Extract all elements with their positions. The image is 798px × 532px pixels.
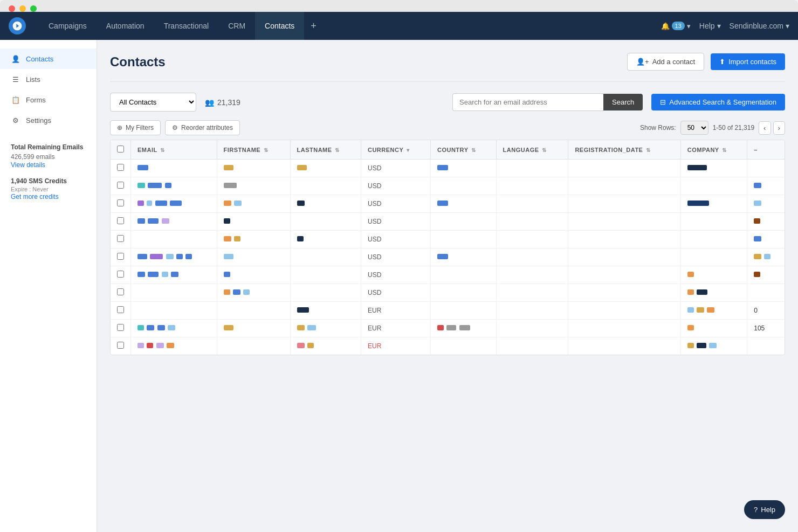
regdate-cell: [568, 177, 680, 195]
advanced-search-button[interactable]: ⊟ Advanced Search & Segmentation: [651, 94, 785, 110]
email-cell[interactable]: [131, 231, 217, 248]
add-contact-button[interactable]: 👤+ Add a contact: [627, 53, 704, 71]
lastname-cell: [290, 177, 361, 195]
col-header-currency[interactable]: CURRENCY ▾: [361, 140, 430, 160]
table-row: USD: [111, 266, 785, 284]
table-row: USD: [111, 160, 785, 177]
sidebar-item-lists[interactable]: ☰ Lists: [0, 69, 97, 89]
app-body: 👤 Contacts ☰ Lists 📋 Forms ⚙ Settings To…: [0, 40, 798, 532]
notifications-bell[interactable]: 🔔 13 ▾: [661, 22, 691, 30]
email-cell[interactable]: [131, 302, 217, 320]
company-cell: [680, 337, 747, 355]
import-contacts-button[interactable]: ⬆ Import contacts: [711, 53, 785, 70]
email-cell[interactable]: [131, 337, 217, 355]
rows-per-page-select[interactable]: 50: [680, 121, 708, 135]
col-header-language[interactable]: LANGUAGE ⇅: [496, 140, 568, 160]
col-header-extra: –: [747, 140, 785, 160]
col-header-country[interactable]: COUNTRY ⇅: [430, 140, 496, 160]
row-checkbox[interactable]: [117, 217, 124, 224]
row-checkbox[interactable]: [117, 164, 124, 171]
table-row: USD: [111, 284, 785, 302]
email-cell[interactable]: [131, 195, 217, 213]
nav-automation[interactable]: Automation: [97, 12, 154, 40]
lastname-cell: [290, 213, 361, 231]
row-checkbox[interactable]: [117, 288, 124, 295]
regdate-cell: [568, 302, 680, 320]
page-header: Contacts 👤+ Add a contact ⬆ Import conta…: [110, 53, 785, 71]
contacts-icon: 👤: [11, 54, 20, 64]
maximize-dot[interactable]: [30, 5, 37, 12]
row-checkbox[interactable]: [117, 306, 124, 313]
email-cell[interactable]: [131, 160, 217, 177]
logo-icon: [12, 20, 23, 31]
my-filters-button[interactable]: ⊕ My Filters: [110, 120, 161, 135]
email-cell[interactable]: [131, 266, 217, 284]
col-header-company[interactable]: COMPANY ⇅: [680, 140, 747, 160]
email-cell[interactable]: [131, 284, 217, 302]
account-menu[interactable]: Sendinblue.com ▾: [730, 22, 789, 30]
row-checkbox[interactable]: [117, 253, 124, 260]
pagination-nav: ‹ ›: [759, 121, 785, 135]
country-cell: [430, 213, 496, 231]
firstname-cell: [217, 337, 290, 355]
contact-count: 👥 21,319: [205, 98, 240, 107]
extra-cell: [747, 160, 785, 177]
close-dot[interactable]: [9, 5, 15, 12]
email-cell[interactable]: [131, 177, 217, 195]
search-input[interactable]: [452, 93, 603, 111]
currency-cell: USD: [361, 284, 430, 302]
bell-chevron-icon: ▾: [687, 22, 691, 30]
firstname-cell: [217, 231, 290, 248]
help-menu[interactable]: Help ▾: [699, 22, 721, 30]
row-checkbox[interactable]: [117, 235, 124, 242]
get-more-credits-link[interactable]: Get more credits: [11, 193, 59, 201]
sidebar-item-settings[interactable]: ⚙ Settings: [0, 110, 97, 130]
sidebar-item-forms[interactable]: 📋 Forms: [0, 89, 97, 110]
col-header-lastname[interactable]: LASTNAME ⇅: [290, 140, 361, 160]
row-checkbox[interactable]: [117, 342, 124, 349]
row-checkbox[interactable]: [117, 199, 124, 206]
next-page-button[interactable]: ›: [773, 121, 785, 135]
row-checkbox[interactable]: [117, 271, 124, 278]
reorder-attributes-button[interactable]: ⚙ Reorder attributes: [165, 120, 240, 135]
email-cell[interactable]: [131, 320, 217, 337]
row-checkbox[interactable]: [117, 324, 124, 331]
nav-contacts[interactable]: Contacts: [255, 12, 304, 40]
row-checkbox[interactable]: [117, 182, 124, 189]
table-row: USD: [111, 231, 785, 248]
email-cell[interactable]: [131, 248, 217, 266]
company-cell: [680, 160, 747, 177]
contact-filter-select[interactable]: All Contacts: [110, 93, 196, 112]
help-button[interactable]: ? Help: [744, 500, 785, 519]
import-icon: ⬆: [719, 58, 725, 66]
language-cell: [496, 284, 568, 302]
nav-crm[interactable]: CRM: [218, 12, 255, 40]
company-cell: [680, 177, 747, 195]
select-all-header: [111, 140, 131, 160]
currency-cell: USD: [361, 195, 430, 213]
company-cell: [680, 320, 747, 337]
select-all-checkbox[interactable]: [117, 146, 124, 153]
sidebar-item-contacts[interactable]: 👤 Contacts: [0, 49, 97, 69]
regdate-cell: [568, 284, 680, 302]
currency-cell: EUR: [361, 337, 430, 355]
nav-plus-button[interactable]: +: [304, 12, 323, 40]
minimize-dot[interactable]: [19, 5, 26, 12]
top-nav: Campaigns Automation Transactional CRM C…: [0, 12, 798, 40]
extra-cell: 105: [747, 320, 785, 337]
nav-transactional[interactable]: Transactional: [154, 12, 219, 40]
bell-icon: 🔔: [661, 22, 670, 30]
col-header-email[interactable]: EMAIL ⇅: [131, 140, 217, 160]
firstname-cell: [217, 266, 290, 284]
nav-campaigns[interactable]: Campaigns: [39, 12, 97, 40]
country-cell: [430, 160, 496, 177]
filter-bar: All Contacts 👥 21,319 Search ⊟ Advanced …: [110, 93, 785, 112]
col-header-registration-date[interactable]: REGISTRATION_DATE ⇅: [568, 140, 680, 160]
search-button[interactable]: Search: [603, 94, 643, 110]
sms-credits-label: 1,940 SMS Credits: [11, 177, 86, 185]
col-header-firstname[interactable]: FIRSTNAME ⇅: [217, 140, 290, 160]
view-details-link[interactable]: View details: [11, 161, 45, 169]
email-cell[interactable]: [131, 213, 217, 231]
country-cell: [430, 284, 496, 302]
prev-page-button[interactable]: ‹: [759, 121, 771, 135]
